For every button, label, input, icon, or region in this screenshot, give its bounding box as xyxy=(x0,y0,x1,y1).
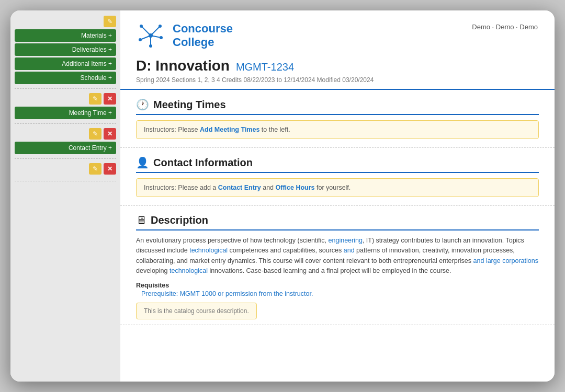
add-meeting-times-link[interactable]: Add Meeting Times xyxy=(200,126,259,133)
sidebar-section-contact: ✎ ✕ Contact Entry + xyxy=(15,128,116,159)
logo-line2: College xyxy=(173,36,214,49)
deliverables-btn[interactable]: Deliverables + xyxy=(15,43,116,56)
meeting-times-title: Meeting Times xyxy=(153,99,226,111)
header-top: Concourse College Demo · Demo · Demo xyxy=(136,21,539,50)
contact-x-button[interactable]: ✕ xyxy=(104,128,116,140)
contact-info-title: Contact Information xyxy=(153,157,253,169)
logo-area: Concourse College xyxy=(136,21,233,50)
svg-point-10 xyxy=(149,44,152,48)
meeting-pencil-button[interactable]: ✎ xyxy=(89,93,101,105)
meeting-times-notice: Instructors: Please Add Meeting Times to… xyxy=(136,120,539,139)
meeting-times-section: 🕐 Meeting Times Instructors: Please Add … xyxy=(120,90,555,148)
svg-point-8 xyxy=(160,36,163,39)
meeting-time-btn[interactable]: Meeting Time + xyxy=(15,107,116,119)
device-frame: ✎ Materials + Deliverables + Additional … xyxy=(10,10,555,382)
svg-point-7 xyxy=(159,25,162,28)
contact-entry-link[interactable]: Contact Entry xyxy=(218,184,261,191)
meeting-notice-suffix: to the left. xyxy=(259,126,290,133)
description-text: An evolutionary process perspective of h… xyxy=(136,237,538,274)
svg-point-6 xyxy=(140,25,143,28)
description-header: 🖥 Description xyxy=(136,214,539,230)
schedule-btn[interactable]: Schedule + xyxy=(15,72,116,84)
contact-notice-suffix: for yourself. xyxy=(315,184,351,191)
logo-icon xyxy=(136,21,165,50)
header: Concourse College Demo · Demo · Demo D: … xyxy=(120,10,555,90)
description-icon: 🖥 xyxy=(136,214,146,226)
demo-text: Demo · Demo · Demo xyxy=(472,23,538,31)
contact-notice-prefix: Instructors: Please add a xyxy=(144,184,218,191)
contact-info-header: 👤 Contact Information xyxy=(136,156,539,173)
materials-btn[interactable]: Materials + xyxy=(15,29,116,42)
course-title: D: Innovation xyxy=(136,57,230,74)
logo-text: Concourse College xyxy=(173,22,233,50)
sidebar-section-meeting: ✎ ✕ Meeting Time + xyxy=(15,93,116,124)
course-code: MGMT-1234 xyxy=(236,61,294,73)
svg-line-4 xyxy=(140,36,151,40)
requisites-label: Requisites xyxy=(136,282,539,289)
additional-items-btn[interactable]: Additional Items + xyxy=(15,57,116,70)
sidebar-section-desc: ✎ ✕ xyxy=(15,163,116,181)
contact-edit-row: ✎ ✕ xyxy=(15,128,116,140)
contact-information-section: 👤 Contact Information Instructors: Pleas… xyxy=(120,148,555,206)
main-content: Concourse College Demo · Demo · Demo D: … xyxy=(120,10,555,382)
desc-pencil-button[interactable]: ✎ xyxy=(89,163,101,175)
contact-info-icon: 👤 xyxy=(136,156,149,169)
course-title-row: D: Innovation MGMT-1234 xyxy=(136,57,539,74)
top-pencil-button[interactable]: ✎ xyxy=(104,16,116,27)
meeting-times-icon: 🕐 xyxy=(136,98,149,111)
desc-edit-row: ✎ ✕ xyxy=(15,163,116,175)
svg-line-1 xyxy=(141,26,151,36)
sidebar: ✎ Materials + Deliverables + Additional … xyxy=(10,10,120,382)
requisites-value: Prerequisite: MGMT 1000 or permission fr… xyxy=(136,290,539,297)
desc-x-button[interactable]: ✕ xyxy=(104,163,116,175)
demo-links: Demo · Demo · Demo xyxy=(471,23,539,31)
contact-entry-btn[interactable]: Contact Entry + xyxy=(15,142,116,154)
contact-info-notice: Instructors: Please add a Contact Entry … xyxy=(136,178,539,197)
contact-pencil-button[interactable]: ✎ xyxy=(89,128,101,140)
sidebar-top-edit-row: ✎ xyxy=(15,16,116,27)
contact-notice-middle: and xyxy=(261,184,276,191)
description-body: An evolutionary process perspective of h… xyxy=(136,236,539,276)
description-section: 🖥 Description An evolutionary process pe… xyxy=(120,206,555,325)
meeting-notice-prefix: Instructors: Please xyxy=(144,126,200,133)
meeting-x-button[interactable]: ✕ xyxy=(104,93,116,105)
meeting-edit-row: ✎ ✕ xyxy=(15,93,116,105)
description-title: Description xyxy=(151,214,208,226)
svg-point-9 xyxy=(139,38,142,41)
sidebar-section-top: ✎ Materials + Deliverables + Additional … xyxy=(15,16,116,89)
logo-line1: Concourse xyxy=(173,22,233,35)
meeting-times-header: 🕐 Meeting Times xyxy=(136,98,539,115)
svg-line-2 xyxy=(151,26,160,36)
course-meta: Spring 2024 Sections 1, 2, 3 4 Credits 0… xyxy=(136,76,539,84)
catalog-notice: This is the catalog course description. xyxy=(136,303,257,319)
office-hours-link[interactable]: Office Hours xyxy=(276,184,315,191)
